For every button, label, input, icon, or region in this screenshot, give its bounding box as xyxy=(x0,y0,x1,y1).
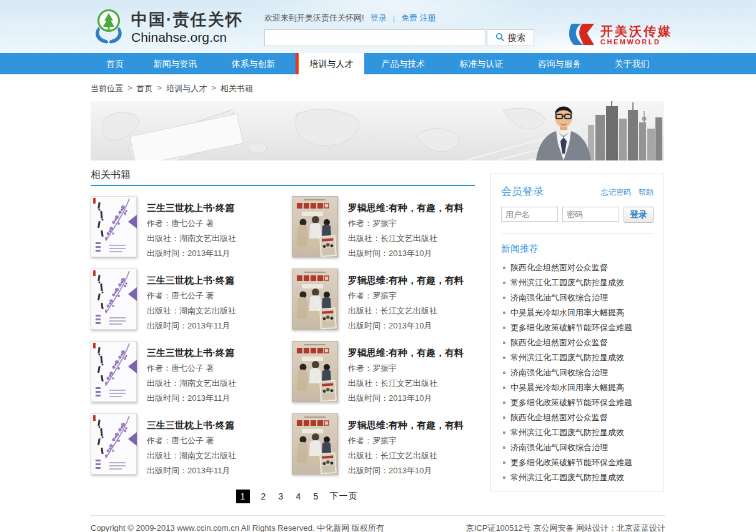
news-link[interactable]: 更多细化政策破解节能环保金难题 xyxy=(510,322,632,333)
book-item: 三生三世枕上书·终篇 作者：唐七公子 著 出版社：湖南文艺出版社 出版时间：20… xyxy=(91,196,292,259)
news-link[interactable]: 陕西化企坦然面对公众监督 xyxy=(510,262,608,273)
news-link[interactable]: 中昊晨光冷却水回用率大幅提高 xyxy=(510,382,624,393)
news-item[interactable]: 济南强化油气回收综合治理 xyxy=(501,440,654,455)
book-title[interactable]: 罗辑思维:有种，有趣，有料 xyxy=(348,275,464,287)
bullet-icon xyxy=(503,282,505,284)
page-3[interactable]: 3 xyxy=(277,491,285,501)
news-item[interactable]: 更多细化政策破解节能环保金难题 xyxy=(501,455,654,470)
forgot-password-link[interactable]: 忘记密码 xyxy=(601,187,631,198)
news-link[interactable]: 常州滨江化工园废气防控显成效 xyxy=(510,427,624,438)
book-author: 作者：唐七公子 著 xyxy=(147,290,236,302)
breadcrumb-training[interactable]: 培训与人才 xyxy=(166,83,207,94)
book-title[interactable]: 罗辑思维:有种，有趣，有料 xyxy=(348,420,464,431)
search-input[interactable] xyxy=(264,29,485,46)
brand-text: 中国·责任关怀 Chinahse.org.cn xyxy=(131,9,243,46)
main-nav: 首页 新闻与资讯 体系与创新 培训与人才 产品与技术 标准与认证 咨询与服务 关… xyxy=(0,53,756,74)
news-link[interactable]: 济南强化油气回收综合治理 xyxy=(510,442,608,453)
search-button[interactable]: 搜索 xyxy=(487,29,534,46)
sidebar: 会员登录 忘记密码 帮助 登录 新闻推荐 陕西化企坦然面对公众监督 常州滨江化工… xyxy=(490,174,664,491)
page-2[interactable]: 2 xyxy=(260,491,267,501)
nav-item-home[interactable]: 首页 xyxy=(91,53,139,74)
news-link[interactable]: 常州滨江化工园废气防控显成效 xyxy=(510,277,624,288)
book-date: 出版时间：2013年11月 xyxy=(147,320,236,332)
news-link[interactable]: 陕西化企坦然面对公众监督 xyxy=(510,412,608,423)
site-logo[interactable]: 中国·责任关怀 Chinahse.org.cn xyxy=(92,8,243,47)
news-item[interactable]: 陕西化企坦然面对公众监督 xyxy=(501,260,654,275)
book-item: 罗辑思维:有种，有趣，有料 作者：罗振宇 出版社：长江文艺出版社 出版时间：20… xyxy=(292,341,475,403)
book-cover[interactable] xyxy=(292,196,338,257)
nav-item-system[interactable]: 体系与创新 xyxy=(211,53,296,74)
book-cover[interactable] xyxy=(91,341,137,402)
news-item[interactable]: 常州滨江化工园废气防控显成效 xyxy=(501,275,654,290)
book-item: 三生三世枕上书·终篇 作者：唐七公子 著 出版社：湖南文艺出版社 出版时间：20… xyxy=(91,341,292,403)
breadcrumb-home[interactable]: 首页 xyxy=(137,83,153,94)
book-date: 出版时间：2013年10月 xyxy=(348,320,464,332)
username-input[interactable] xyxy=(501,207,558,222)
book-publisher: 出版社：湖南文艺出版社 xyxy=(147,450,236,461)
news-item[interactable]: 济南强化油气回收综合治理 xyxy=(501,365,654,380)
book-title[interactable]: 三生三世枕上书·终篇 xyxy=(147,275,236,287)
page-next[interactable]: 下一页 xyxy=(330,491,358,502)
book-info: 三生三世枕上书·终篇 作者：唐七公子 著 出版社：湖南文艺出版社 出版时间：20… xyxy=(147,196,236,259)
partner-name-en: CHEMWORLD xyxy=(600,38,672,46)
nav-item-about[interactable]: 关于我们 xyxy=(599,53,665,74)
breadcrumb-books[interactable]: 相关书籍 xyxy=(221,83,253,94)
book-title[interactable]: 罗辑思维:有种，有趣，有料 xyxy=(348,202,464,214)
page-1[interactable]: 1 xyxy=(236,490,250,503)
nav-item-consulting[interactable]: 咨询与服务 xyxy=(520,53,599,74)
news-item[interactable]: 陕西化企坦然面对公众监督 xyxy=(501,335,654,350)
breadcrumb: 当前位置 > 首页 > 培训与人才 > 相关书籍 xyxy=(91,83,253,94)
page-5[interactable]: 5 xyxy=(312,491,320,501)
bullet-icon xyxy=(503,327,505,329)
news-item[interactable]: 中昊晨光冷却水回用率大幅提高 xyxy=(501,305,654,320)
news-item[interactable]: 济南强化油气回收综合治理 xyxy=(501,290,654,305)
nav-item-standards[interactable]: 标准与认证 xyxy=(442,53,520,74)
book-title[interactable]: 三生三世枕上书·终篇 xyxy=(147,202,236,214)
book-publisher: 出版社：湖南文艺出版社 xyxy=(147,378,236,389)
login-link[interactable]: 登录 xyxy=(371,12,387,24)
book-info: 三生三世枕上书·终篇 作者：唐七公子 著 出版社：湖南文艺出版社 出版时间：20… xyxy=(147,341,236,403)
page-4[interactable]: 4 xyxy=(295,491,302,501)
book-cover[interactable] xyxy=(91,196,137,257)
book-cover[interactable] xyxy=(91,268,137,330)
help-link[interactable]: 帮助 xyxy=(639,187,654,198)
news-link[interactable]: 常州滨江化工园废气防控显成效 xyxy=(510,352,624,363)
book-cover[interactable] xyxy=(91,413,137,475)
bullet-icon xyxy=(503,431,505,434)
book-cover[interactable] xyxy=(292,413,338,475)
nav-item-products[interactable]: 产品与技术 xyxy=(364,53,442,74)
book-item: 罗辑思维:有种，有趣，有料 作者：罗振宇 出版社：长江文艺出版社 出版时间：20… xyxy=(292,196,475,259)
header-middle: 欢迎来到开美沃责任关怀网! 登录 | 免费 注册 搜索 xyxy=(264,12,543,46)
news-item[interactable]: 常州滨江化工园废气防控显成效 xyxy=(501,470,654,485)
news-item[interactable]: 更多细化政策破解节能环保金难题 xyxy=(501,395,654,410)
login-button[interactable]: 登录 xyxy=(624,207,654,223)
register-link[interactable]: 免费 注册 xyxy=(401,12,436,24)
book-publisher: 出版社：长江文艺出版社 xyxy=(348,450,464,461)
news-item[interactable]: 常州滨江化工园废气防控显成效 xyxy=(501,350,654,365)
nav-item-news[interactable]: 新闻与资讯 xyxy=(139,53,211,74)
book-info: 罗辑思维:有种，有趣，有料 作者：罗振宇 出版社：长江文艺出版社 出版时间：20… xyxy=(348,413,464,476)
news-item[interactable]: 常州滨江化工园废气防控显成效 xyxy=(501,425,654,440)
book-title[interactable]: 三生三世枕上书·终篇 xyxy=(147,420,236,431)
book-title[interactable]: 罗辑思维:有种，有趣，有料 xyxy=(348,347,464,359)
nav-item-training[interactable]: 培训与人才 xyxy=(296,53,364,74)
news-item[interactable]: 中昊晨光冷却水回用率大幅提高 xyxy=(501,380,654,395)
book-title[interactable]: 三生三世枕上书·终篇 xyxy=(147,347,236,359)
book-cover[interactable] xyxy=(292,341,338,402)
book-cover[interactable] xyxy=(292,268,338,330)
news-link[interactable]: 济南强化油气回收综合治理 xyxy=(510,367,608,378)
news-link[interactable]: 常州滨江化工园废气防控显成效 xyxy=(510,472,624,483)
bullet-icon xyxy=(503,312,505,314)
news-item[interactable]: 更多细化政策破解节能环保金难题 xyxy=(501,320,654,335)
book-date: 出版时间：2013年10月 xyxy=(348,393,464,404)
login-form: 登录 xyxy=(501,207,654,223)
news-link[interactable]: 更多细化政策破解节能环保金难题 xyxy=(510,457,632,468)
news-link[interactable]: 陕西化企坦然面对公众监督 xyxy=(510,337,608,348)
news-link[interactable]: 中昊晨光冷却水回用率大幅提高 xyxy=(510,307,624,318)
password-input[interactable] xyxy=(562,207,619,222)
news-item[interactable]: 陕西化企坦然面对公众监督 xyxy=(501,410,654,425)
site-domain: Chinahse.org.cn xyxy=(131,29,243,46)
news-link[interactable]: 济南强化油气回收综合治理 xyxy=(510,292,608,303)
partner-logo[interactable]: 开美沃传媒 CHEMWORLD xyxy=(568,22,672,49)
news-link[interactable]: 更多细化政策破解节能环保金难题 xyxy=(510,397,632,408)
